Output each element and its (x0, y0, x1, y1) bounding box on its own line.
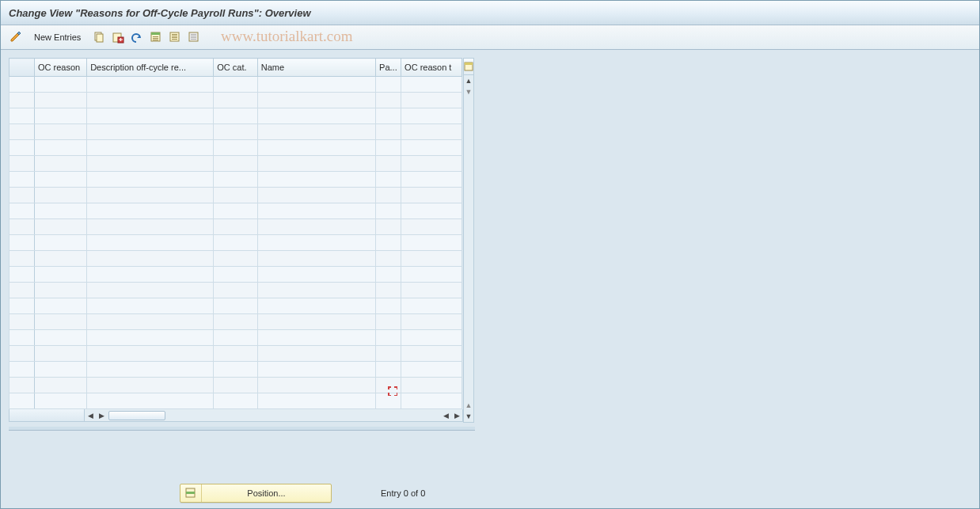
grid-cell[interactable] (257, 77, 375, 93)
column-header[interactable]: Description off-cycle re... (87, 59, 214, 77)
grid-cell[interactable] (376, 188, 401, 203)
grid-cell[interactable] (87, 298, 214, 314)
row-handle[interactable] (9, 330, 35, 346)
scroll-last-button[interactable]: ▶ (451, 412, 462, 420)
table-row[interactable] (9, 203, 462, 219)
hscroll-thumb[interactable] (108, 411, 165, 420)
grid-cell[interactable] (87, 77, 214, 93)
grid-cell[interactable] (87, 93, 214, 108)
scroll-left-button[interactable]: ▶ (96, 409, 107, 421)
scroll-down-button[interactable]: ▼ (464, 411, 473, 422)
grid-cell[interactable] (214, 219, 257, 235)
row-handle[interactable] (9, 314, 35, 330)
grid-cell[interactable] (214, 203, 257, 219)
grid-cell[interactable] (87, 124, 214, 140)
grid-cell[interactable] (35, 393, 87, 409)
grid-cell[interactable] (35, 346, 87, 362)
grid-cell[interactable] (376, 108, 401, 124)
grid-cell[interactable] (87, 251, 214, 267)
grid-cell[interactable] (214, 378, 257, 393)
row-selector-header[interactable] (9, 59, 35, 77)
row-handle[interactable] (9, 77, 35, 93)
select-all-button[interactable] (149, 30, 163, 44)
grid-cell[interactable] (376, 156, 401, 172)
hscroll-track[interactable] (107, 409, 440, 421)
table-row[interactable] (9, 346, 462, 362)
grid-cell[interactable] (257, 298, 375, 314)
grid-cell[interactable] (401, 203, 462, 219)
grid-cell[interactable] (257, 203, 375, 219)
column-header[interactable]: Pa... (376, 59, 401, 77)
grid-cell[interactable] (257, 172, 375, 188)
grid-cell[interactable] (376, 140, 401, 156)
grid-cell[interactable] (401, 156, 462, 172)
grid-cell[interactable] (214, 393, 257, 409)
grid-cell[interactable] (376, 346, 401, 362)
grid-cell[interactable] (35, 267, 87, 283)
table-row[interactable] (9, 283, 462, 298)
grid-cell[interactable] (35, 188, 87, 203)
table-row[interactable] (9, 77, 462, 93)
grid-cell[interactable] (35, 235, 87, 251)
grid-cell[interactable] (35, 93, 87, 108)
grid-cell[interactable] (87, 108, 214, 124)
grid-cell[interactable] (214, 156, 257, 172)
grid-cell[interactable] (87, 267, 214, 283)
grid-cell[interactable] (376, 298, 401, 314)
grid-cell[interactable] (401, 124, 462, 140)
grid-cell[interactable] (257, 188, 375, 203)
grid-cell[interactable] (87, 203, 214, 219)
grid-cell[interactable] (214, 267, 257, 283)
grid-cell[interactable] (257, 124, 375, 140)
table-row[interactable] (9, 393, 462, 409)
table-row[interactable] (9, 188, 462, 203)
table-row[interactable] (9, 235, 462, 251)
row-handle[interactable] (9, 93, 35, 108)
table-row[interactable] (9, 108, 462, 124)
grid-cell[interactable] (401, 298, 462, 314)
grid-cell[interactable] (214, 77, 257, 93)
grid-cell[interactable] (87, 378, 214, 393)
grid-cell[interactable] (376, 314, 401, 330)
grid-cell[interactable] (401, 251, 462, 267)
row-handle[interactable] (9, 251, 35, 267)
scroll-up-step-button[interactable]: ▼ (464, 86, 473, 97)
configure-columns-button[interactable] (464, 59, 473, 75)
table-row[interactable] (9, 314, 462, 330)
grid-cell[interactable] (87, 314, 214, 330)
column-header[interactable]: OC reason t (401, 59, 462, 77)
table-row[interactable] (9, 251, 462, 267)
grid-cell[interactable] (35, 219, 87, 235)
table-row[interactable] (9, 267, 462, 283)
grid-cell[interactable] (214, 251, 257, 267)
grid-cell[interactable] (401, 140, 462, 156)
grid-cell[interactable] (257, 378, 375, 393)
row-handle[interactable] (9, 172, 35, 188)
grid-cell[interactable] (35, 77, 87, 93)
copy-button[interactable] (92, 30, 106, 44)
grid-cell[interactable] (257, 235, 375, 251)
grid-cell[interactable] (257, 314, 375, 330)
vertical-scrollbar[interactable]: ▲ ▼ ▲ ▼ (463, 58, 474, 423)
grid-cell[interactable] (87, 188, 214, 203)
grid-cell[interactable] (214, 346, 257, 362)
grid-cell[interactable] (35, 124, 87, 140)
grid-cell[interactable] (257, 283, 375, 298)
grid-cell[interactable] (401, 108, 462, 124)
deselect-all-button[interactable] (187, 30, 201, 44)
data-grid[interactable]: OC reasonDescription off-cycle re...OC c… (9, 58, 462, 409)
grid-cell[interactable] (35, 330, 87, 346)
grid-cell[interactable] (401, 172, 462, 188)
grid-cell[interactable] (87, 235, 214, 251)
grid-cell[interactable] (401, 93, 462, 108)
grid-cell[interactable] (376, 172, 401, 188)
row-handle[interactable] (9, 298, 35, 314)
grid-cell[interactable] (214, 172, 257, 188)
grid-cell[interactable] (214, 93, 257, 108)
grid-cell[interactable] (35, 203, 87, 219)
grid-cell[interactable] (35, 362, 87, 378)
row-handle[interactable] (9, 362, 35, 378)
grid-cell[interactable] (376, 235, 401, 251)
table-row[interactable] (9, 219, 462, 235)
table-row[interactable] (9, 172, 462, 188)
